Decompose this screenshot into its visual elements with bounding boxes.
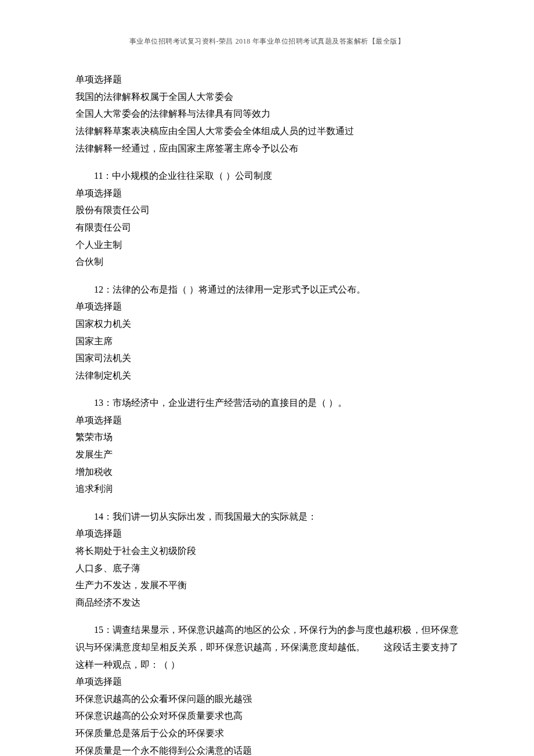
question-14: 14：我们讲一切从实际出发，而我国最大的实际就是： 单项选择题 将长期处于社会主… [75,508,459,611]
question-type: 单项选择题 [75,185,459,202]
question-number: 13： [94,398,113,408]
option: 将长期处于社会主义初级阶段 [75,542,459,560]
option: 国家主席 [75,333,459,350]
option: 繁荣市场 [75,429,459,446]
question-body: 我们讲一切从实际出发，而我国最大的实际就是： [113,512,317,521]
question-body: 调查结果显示，环保意识越高的地区的公众，环保行为的参与度也越积极，但环保意识与环… [75,625,459,669]
question-text: 14：我们讲一切从实际出发，而我国最大的实际就是： [75,508,459,525]
option: 全国人大常委会的法律解释与法律具有同等效力 [75,105,459,123]
option: 合伙制 [75,253,459,271]
question-type: 单项选择题 [75,298,459,315]
question-type: 单项选择题 [75,412,459,429]
option: 环保意识越高的公众对环保质量要求也高 [75,707,459,725]
option: 有限责任公司 [75,219,459,236]
option: 增加税收 [75,463,459,481]
question-number: 14： [94,512,113,521]
option: 环保意识越高的公众看环保问题的眼光越强 [75,690,459,708]
question-number: 15： [94,625,113,635]
option: 国家权力机关 [75,315,459,333]
question-type: 单项选择题 [75,525,459,542]
question-text: 13：市场经济中，企业进行生产经营活动的直接目的是（ ）。 [75,394,459,412]
option: 国家司法机关 [75,350,459,367]
question-11: 11：中小规模的企业往往采取（ ）公司制度 单项选择题 股份有限责任公司 有限责… [75,167,459,271]
option: 我国的法律解释权属于全国人大常委会 [75,88,459,106]
option: 股份有限责任公司 [75,201,459,219]
option: 发展生产 [75,446,459,463]
option: 个人业主制 [75,236,459,254]
question-type: 单项选择题 [75,71,459,88]
option: 人口多、底子薄 [75,560,459,577]
question-type: 单项选择题 [75,673,459,690]
question-number: 12： [94,285,113,294]
question-13: 13：市场经济中，企业进行生产经营活动的直接目的是（ ）。 单项选择题 繁荣市场… [75,394,459,498]
option: 法律制定机关 [75,367,459,384]
option: 追求利润 [75,480,459,498]
option: 法律解释草案表决稿应由全国人大常委会全体组成人员的过半数通过 [75,123,459,140]
option: 商品经济不发达 [75,594,459,611]
question-text: 15：调查结果显示，环保意识越高的地区的公众，环保行为的参与度也越积极，但环保意… [75,621,459,673]
option: 生产力不发达，发展不平衡 [75,577,459,594]
question-text: 11：中小规模的企业往往采取（ ）公司制度 [75,167,459,185]
option: 法律解释一经通过，应由国家主席签署主席令予以公布 [75,140,459,157]
question-10-continuation: 单项选择题 我国的法律解释权属于全国人大常委会 全国人大常委会的法律解释与法律具… [75,71,459,157]
question-15: 15：调查结果显示，环保意识越高的地区的公众，环保行为的参与度也越积极，但环保意… [75,621,459,756]
question-number: 11： [94,171,112,181]
option: 环保质量是一个永不能得到公众满意的话题 [75,742,459,756]
question-body: 市场经济中，企业进行生产经营活动的直接目的是（ ）。 [113,398,347,408]
question-12: 12：法律的公布是指（ ）将通过的法律用一定形式予以正式公布。 单项选择题 国家… [75,281,459,384]
option: 环保质量总是落后于公众的环保要求 [75,725,459,742]
question-body: 中小规模的企业往往采取（ ）公司制度 [112,171,272,181]
page-header: 事业单位招聘考试复习资料-荣昌 2018 年事业单位招聘考试真题及答案解析【最全… [75,35,459,48]
question-text: 12：法律的公布是指（ ）将通过的法律用一定形式予以正式公布。 [75,281,459,298]
question-body: 法律的公布是指（ ）将通过的法律用一定形式予以正式公布。 [113,285,366,294]
